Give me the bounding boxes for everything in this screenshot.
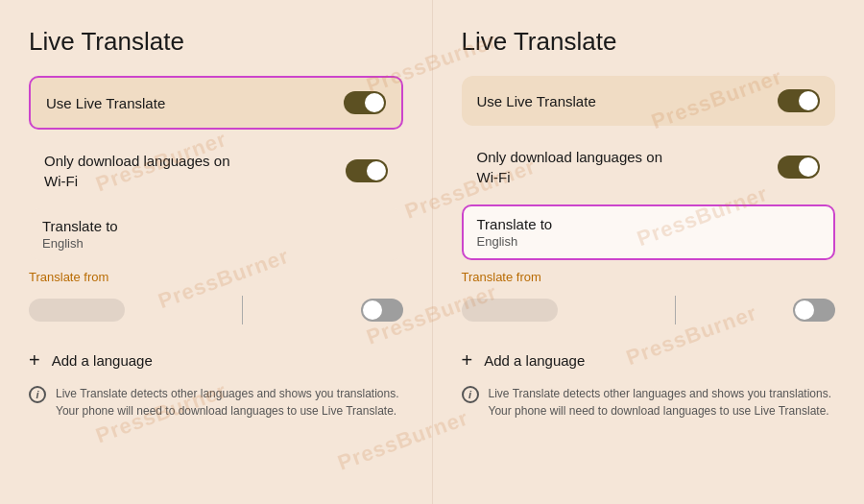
only-download-label-left: Only download languages on Wi-Fi xyxy=(44,151,236,191)
only-download-row-left: Only download languages on Wi-Fi xyxy=(29,137,403,204)
info-icon-left: i xyxy=(29,386,46,403)
add-icon-left: + xyxy=(29,349,40,372)
info-text-right: Live Translate detects other languages a… xyxy=(489,385,836,420)
translate-to-value-left: English xyxy=(42,236,390,251)
add-language-label-left: Add a language xyxy=(52,352,153,369)
right-panel-title: Live Translate xyxy=(462,27,836,57)
translate-to-label-left: Translate to xyxy=(42,218,390,234)
info-icon-right: i xyxy=(462,386,479,403)
language-toggle-left[interactable] xyxy=(361,299,403,322)
left-panel: Live Translate Use Live Translate Only d… xyxy=(0,0,432,504)
use-live-translate-toggle-left[interactable] xyxy=(344,91,386,114)
info-row-right: i Live Translate detects other languages… xyxy=(462,379,836,425)
use-live-translate-toggle-right[interactable] xyxy=(778,89,820,112)
language-selector-row-left xyxy=(29,288,403,332)
toggle-thumb xyxy=(365,93,384,112)
use-live-translate-row-right[interactable]: Use Live Translate xyxy=(462,76,836,126)
toggle-thumb xyxy=(799,157,818,177)
toggle-thumb xyxy=(367,161,386,180)
toggle-thumb xyxy=(363,300,382,320)
divider-right xyxy=(675,296,676,324)
translate-to-row-left[interactable]: Translate to English xyxy=(29,208,403,260)
add-language-row-right[interactable]: + Add a language xyxy=(462,338,836,379)
panels-container: Live Translate Use Live Translate Only d… xyxy=(0,0,864,504)
language-pill-left xyxy=(29,299,125,322)
translate-to-row-right[interactable]: Translate to English xyxy=(462,204,836,260)
translate-from-label-right: Translate from xyxy=(462,270,836,284)
info-row-left: i Live Translate detects other languages… xyxy=(29,379,403,425)
left-panel-title: Live Translate xyxy=(29,27,403,57)
language-selector-row-right xyxy=(462,288,836,332)
translate-to-label-right: Translate to xyxy=(477,216,821,232)
divider-left xyxy=(242,296,243,324)
only-download-label-right: Only download languages on Wi-Fi xyxy=(477,147,669,187)
toggle-thumb xyxy=(799,91,818,110)
add-language-label-right: Add a language xyxy=(484,352,585,369)
only-download-row-right: Only download languages on Wi-Fi xyxy=(462,133,836,201)
use-live-translate-label-right: Use Live Translate xyxy=(477,93,596,109)
translate-to-value-right: English xyxy=(477,234,821,249)
language-pill-right xyxy=(462,299,558,322)
add-icon-right: + xyxy=(462,349,473,372)
right-panel: Live Translate Use Live Translate Only d… xyxy=(432,0,865,504)
add-language-row-left[interactable]: + Add a language xyxy=(29,338,403,379)
toggle-thumb xyxy=(795,300,814,320)
use-live-translate-label-left: Use Live Translate xyxy=(46,95,165,111)
translate-from-label-left: Translate from xyxy=(29,270,403,284)
only-download-toggle-left[interactable] xyxy=(346,159,388,182)
only-download-toggle-right[interactable] xyxy=(778,156,820,179)
use-live-translate-row-left[interactable]: Use Live Translate xyxy=(29,76,403,130)
language-toggle-right[interactable] xyxy=(793,299,835,322)
info-text-left: Live Translate detects other languages a… xyxy=(56,385,403,420)
